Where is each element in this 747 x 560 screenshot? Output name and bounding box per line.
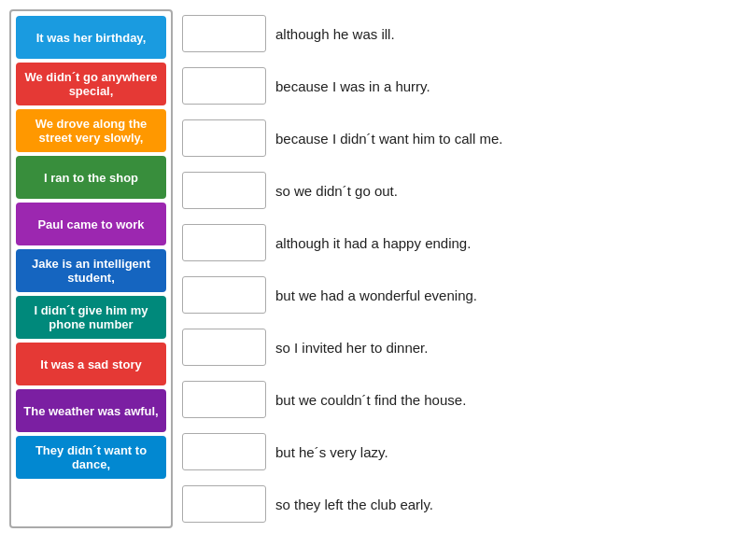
match-row-6: but we had a wonderful evening.: [182, 271, 738, 319]
card-4[interactable]: I ran to the shop: [16, 156, 166, 199]
match-text-4: so we didn´t go out.: [275, 183, 398, 199]
match-text-3: because I didn´t want him to call me.: [275, 131, 502, 147]
card-6[interactable]: Jake is an intelligent student,: [16, 249, 166, 292]
match-text-7: so I invited her to dinner.: [275, 340, 428, 356]
match-row-8: but we couldn´t find the house.: [182, 375, 738, 424]
main-container: It was her birthday,We didn´t go anywher…: [9, 9, 738, 528]
card-3[interactable]: We drove along the street very slowly,: [16, 109, 166, 152]
match-text-2: because I was in a hurry.: [275, 78, 430, 94]
match-row-7: so I invited her to dinner.: [182, 323, 738, 371]
match-row-5: although it had a happy ending.: [182, 218, 738, 267]
drop-box-6[interactable]: [182, 276, 266, 314]
match-text-8: but we couldn´t find the house.: [275, 392, 466, 408]
match-row-4: so we didn´t go out.: [182, 166, 738, 215]
match-row-3: because I didn´t want him to call me.: [182, 114, 738, 162]
drop-box-2[interactable]: [182, 67, 266, 105]
card-9[interactable]: The weather was awful,: [16, 389, 166, 432]
right-match-column: although he was ill.because I was in a h…: [182, 9, 738, 528]
card-1[interactable]: It was her birthday,: [16, 16, 166, 59]
match-text-5: although it had a happy ending.: [275, 235, 471, 251]
card-2[interactable]: We didn´t go anywhere special,: [16, 63, 166, 105]
match-text-1: although he was ill.: [275, 26, 395, 42]
match-row-1: although he was ill.: [182, 9, 738, 58]
match-row-2: because I was in a hurry.: [182, 62, 738, 110]
drop-box-3[interactable]: [182, 119, 266, 157]
card-5[interactable]: Paul came to work: [16, 203, 166, 245]
drop-box-1[interactable]: [182, 15, 266, 52]
drop-box-10[interactable]: [182, 485, 266, 523]
match-row-10: so they left the club early.: [182, 480, 738, 528]
left-phrase-column: It was her birthday,We didn´t go anywher…: [9, 9, 173, 528]
drop-box-5[interactable]: [182, 224, 266, 261]
card-7[interactable]: I didn´t give him my phone number: [16, 296, 166, 339]
match-row-9: but he´s very lazy.: [182, 427, 738, 476]
drop-box-7[interactable]: [182, 329, 266, 366]
match-text-6: but we had a wonderful evening.: [275, 287, 477, 303]
drop-box-4[interactable]: [182, 172, 266, 209]
card-8[interactable]: It was a sad story: [16, 343, 166, 385]
match-text-10: so they left the club early.: [275, 497, 433, 512]
drop-box-8[interactable]: [182, 381, 266, 418]
drop-box-9[interactable]: [182, 433, 266, 470]
match-text-9: but he´s very lazy.: [275, 444, 388, 460]
card-10[interactable]: They didn´t want to dance,: [16, 436, 166, 479]
